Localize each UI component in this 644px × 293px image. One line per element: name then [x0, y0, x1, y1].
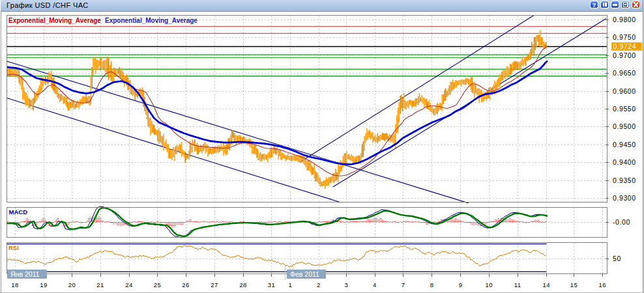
svg-text:10: 10 [485, 281, 493, 288]
svg-text:0.9724: 0.9724 [613, 42, 637, 50]
svg-text:27: 27 [211, 281, 218, 288]
svg-text:?: ? [593, 1, 596, 8]
svg-text:RSI: RSI [8, 244, 19, 251]
svg-text:0.9500: 0.9500 [613, 122, 636, 130]
svg-text:0.9300: 0.9300 [613, 194, 636, 202]
svg-text:14: 14 [542, 281, 550, 288]
svg-text:7: 7 [402, 281, 405, 288]
svg-text:9: 9 [459, 281, 463, 288]
svg-text:31: 31 [268, 281, 276, 288]
svg-text:-0.00: -0.00 [613, 218, 630, 226]
svg-text:0.9800: 0.9800 [613, 16, 636, 23]
svg-text:0.9350: 0.9350 [613, 176, 636, 184]
svg-text:1: 1 [288, 281, 292, 288]
svg-text:11: 11 [514, 281, 521, 288]
svg-text:24: 24 [125, 281, 133, 288]
svg-text:16: 16 [599, 281, 607, 288]
svg-text:28: 28 [239, 281, 247, 288]
svg-text:15: 15 [570, 281, 578, 288]
svg-text:Exponential_Moving_Average: Exponential_Moving_Average [105, 17, 198, 24]
svg-text:3: 3 [345, 281, 349, 288]
svg-text:2: 2 [317, 281, 321, 288]
svg-text:График USD /CHF ЧАС: График USD /CHF ЧАС [7, 1, 89, 9]
svg-text:21: 21 [96, 281, 104, 288]
svg-text:19: 19 [40, 281, 48, 288]
svg-text:0.9750: 0.9750 [613, 33, 636, 41]
svg-text:MACD: MACD [9, 208, 28, 216]
svg-text:0.9700: 0.9700 [613, 51, 636, 59]
svg-text:0.9650: 0.9650 [613, 69, 636, 77]
svg-text:0.9600: 0.9600 [613, 87, 636, 95]
svg-text:0.9450: 0.9450 [613, 141, 636, 148]
svg-text:20: 20 [68, 281, 76, 288]
svg-text:Фев 2011: Фев 2011 [290, 270, 319, 278]
svg-text:26: 26 [182, 281, 190, 288]
svg-text:0.9550: 0.9550 [613, 105, 636, 113]
svg-text:25: 25 [154, 281, 162, 288]
svg-text:8: 8 [430, 281, 434, 288]
svg-text:4: 4 [373, 281, 377, 288]
svg-text:Янв 2011: Янв 2011 [10, 270, 40, 278]
svg-text:50: 50 [613, 255, 621, 262]
svg-text:18: 18 [11, 281, 19, 288]
svg-text:0.9400: 0.9400 [613, 158, 636, 166]
svg-text:Exponential_Moving_Average: Exponential_Moving_Average [8, 17, 101, 24]
